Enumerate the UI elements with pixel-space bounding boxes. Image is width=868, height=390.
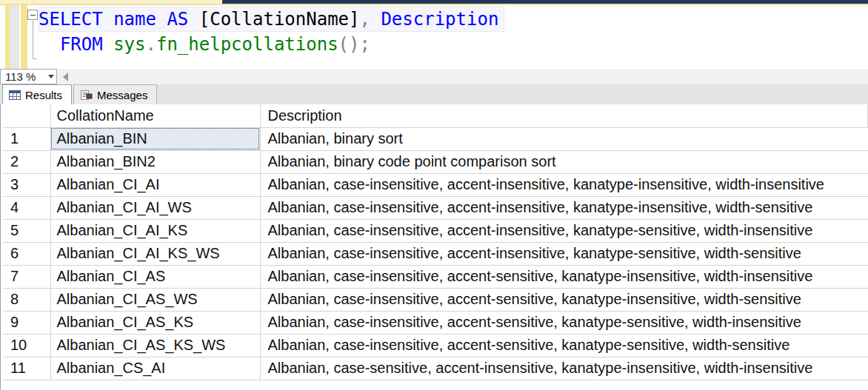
code-token-plain: [370, 9, 381, 30]
top-strip-navy-segment: [222, 0, 868, 4]
row-number-cell[interactable]: 10: [3, 334, 50, 357]
editor-selection-margin: [10, 5, 19, 69]
zoom-level-value: 113 %: [1, 70, 45, 83]
tab-messages[interactable]: Messages: [73, 84, 157, 104]
code-token-plain: [103, 34, 113, 55]
outlining-end-tick: [33, 58, 37, 59]
description-cell[interactable]: Albanian, case-insensitive, accent-insen…: [260, 219, 868, 242]
collation-cell[interactable]: Albanian_CI_AS_WS: [50, 288, 260, 311]
table-row: 9Albanian_CI_AS_KSAlbanian, case-insensi…: [3, 311, 868, 334]
code-token-operator: .: [146, 34, 156, 55]
row-number-cell[interactable]: 5: [3, 219, 50, 242]
scroll-left-button[interactable]: [57, 69, 73, 84]
editor-change-tracking-bar: [21, 5, 27, 69]
results-grid: CollationName Description 1Albanian_BINA…: [0, 104, 868, 390]
description-cell[interactable]: Albanian, case-insensitive, accent-sensi…: [260, 288, 868, 311]
description-cell[interactable]: Albanian, case-insensitive, accent-insen…: [260, 173, 868, 196]
table-row: 2Albanian_BIN2Albanian, binary code poin…: [3, 150, 868, 173]
code-line[interactable]: SELECT name AS [CollationName], Descript…: [39, 7, 504, 32]
scroll-left-arrow-icon: [63, 73, 68, 81]
zoom-level-dropdown[interactable]: 113 %: [0, 69, 57, 84]
table-row: 3Albanian_CI_AIAlbanian, case-insensitiv…: [3, 173, 868, 196]
code-token-sysfunction: fn_helpcollations: [156, 34, 338, 55]
code-token-plain: [188, 9, 198, 30]
description-cell[interactable]: Albanian, case-insensitive, accent-insen…: [260, 242, 868, 265]
description-cell[interactable]: Albanian, case-insensitive, accent-insen…: [260, 196, 868, 219]
column-header-description[interactable]: Description: [260, 104, 868, 127]
row-number-cell[interactable]: 3: [3, 173, 50, 196]
code-token-plain: [156, 9, 167, 30]
table-row: 8Albanian_CI_AS_WSAlbanian, case-insensi…: [3, 288, 868, 311]
collation-cell[interactable]: Albanian_CI_AS_KS_WS: [50, 334, 260, 357]
chevron-down-icon[interactable]: [45, 75, 56, 78]
results-table: CollationName Description 1Albanian_BINA…: [3, 104, 868, 380]
row-number-cell[interactable]: 7: [3, 265, 50, 288]
row-number-cell[interactable]: 8: [3, 288, 50, 311]
collation-cell[interactable]: Albanian_CI_AI: [50, 173, 260, 196]
collation-cell[interactable]: Albanian_CI_AI_WS: [50, 196, 260, 219]
code-token-keyword: name: [113, 9, 156, 30]
code-token-plain: [39, 34, 60, 55]
description-cell[interactable]: Albanian, case-sensitive, accent-insensi…: [260, 357, 868, 380]
row-number-cell[interactable]: 1: [3, 127, 50, 150]
editor-bottom-bar: 113 %: [0, 69, 868, 84]
table-row: 10Albanian_CI_AS_KS_WSAlbanian, case-ins…: [3, 334, 868, 357]
description-cell[interactable]: Albanian, binary code point comparison s…: [260, 150, 868, 173]
code-token-keyword: AS: [167, 9, 188, 30]
code-token-operator: ,: [360, 9, 370, 30]
column-header-collationname[interactable]: CollationName: [50, 104, 260, 127]
collation-cell[interactable]: Albanian_CI_AI_KS_WS: [50, 242, 260, 265]
collation-cell[interactable]: Albanian_BIN2: [50, 150, 260, 173]
table-row: 5Albanian_CI_AI_KSAlbanian, case-insensi…: [3, 219, 868, 242]
description-cell[interactable]: Albanian, case-insensitive, accent-sensi…: [260, 265, 868, 288]
row-number-cell[interactable]: 11: [3, 357, 50, 380]
sql-code-text[interactable]: SELECT name AS [CollationName], Descript…: [39, 7, 504, 57]
code-token-operator: ();: [338, 34, 370, 55]
description-cell[interactable]: Albanian, binary sort: [260, 127, 868, 150]
code-collapse-toggle[interactable]: [27, 10, 38, 20]
code-token-keyword: FROM: [60, 34, 103, 55]
code-token-sysfunction: sys: [113, 34, 145, 55]
description-cell[interactable]: Albanian, case-insensitive, accent-sensi…: [260, 334, 868, 357]
collation-cell[interactable]: Albanian_CS_AI: [50, 357, 260, 380]
collation-cell[interactable]: Albanian_CI_AS_KS: [50, 311, 260, 334]
table-row: 6Albanian_CI_AI_KS_WSAlbanian, case-inse…: [3, 242, 868, 265]
code-token-plain: [103, 9, 113, 30]
row-number-cell[interactable]: 4: [3, 196, 50, 219]
table-row: 4Albanian_CI_AI_WSAlbanian, case-insensi…: [3, 196, 868, 219]
description-cell[interactable]: Albanian, case-insensitive, accent-sensi…: [260, 311, 868, 334]
editor-indicator-margin: [0, 5, 5, 69]
table-row: 7Albanian_CI_ASAlbanian, case-insensitiv…: [3, 265, 868, 288]
row-number-cell[interactable]: 2: [3, 150, 50, 173]
collation-cell[interactable]: Albanian_CI_AI_KS: [50, 219, 260, 242]
row-number-cell[interactable]: 9: [3, 311, 50, 334]
message-page-icon: [80, 90, 93, 101]
top-strip-cream-segment: [0, 0, 222, 4]
results-pane-tab-strip: Results Messages: [0, 84, 868, 104]
code-token-keyword: Description: [381, 9, 498, 30]
horizontal-scrollbar[interactable]: [57, 69, 868, 84]
outlining-guide-line: [33, 21, 33, 58]
row-number-cell[interactable]: 6: [3, 242, 50, 265]
collation-cell-selected[interactable]: Albanian_BIN: [50, 127, 260, 150]
code-token-keyword: SELECT: [39, 9, 103, 30]
minus-icon: [30, 15, 36, 16]
table-grid-icon: [9, 90, 21, 100]
top-edge-strip: [0, 0, 868, 4]
table-row: 1Albanian_BINAlbanian, binary sort: [3, 127, 868, 150]
tab-messages-label: Messages: [97, 89, 147, 101]
tab-results[interactable]: Results: [2, 84, 72, 104]
tab-results-label: Results: [25, 89, 62, 101]
table-row: 11Albanian_CS_AIAlbanian, case-sensitive…: [3, 357, 868, 380]
code-token-identifier: [CollationName]: [199, 9, 360, 30]
corner-header-cell[interactable]: [3, 104, 50, 127]
sql-editor-pane[interactable]: SELECT name AS [CollationName], Descript…: [0, 5, 868, 69]
collation-cell[interactable]: Albanian_CI_AS: [50, 265, 260, 288]
header-row: CollationName Description: [3, 104, 868, 127]
code-line[interactable]: FROM sys.fn_helpcollations();: [39, 32, 376, 57]
